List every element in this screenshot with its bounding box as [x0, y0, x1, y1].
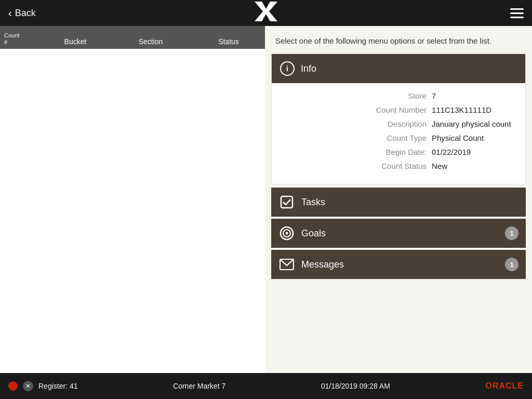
- top-navigation-bar: ‹ Back: [0, 0, 532, 26]
- table-header: Count # Bucket Section Status: [0, 26, 265, 49]
- datetime-label: 01/18/2019 09:28 AM: [321, 382, 390, 390]
- target-icon: [280, 226, 294, 241]
- count-number-value: 111C13K11111D: [432, 105, 515, 114]
- section-column-header: Section: [109, 37, 192, 46]
- register-label: Register: 41: [38, 382, 77, 390]
- description-label: Description: [359, 119, 427, 128]
- bottom-status-bar: ✕ Register: 41 Corner Market 7 01/18/201…: [0, 373, 532, 399]
- store-label: Store: [359, 91, 427, 100]
- goals-label: Goals: [301, 228, 326, 239]
- info-section: i Info Store 7 Count Number 111C13K11111…: [271, 54, 526, 184]
- app-logo: [255, 2, 277, 25]
- svg-rect-1: [281, 196, 292, 208]
- store-row: Store 7: [282, 91, 515, 100]
- count-number-row: Count Number 111C13K11111D: [282, 105, 515, 114]
- right-panel: Select one of the following menu options…: [265, 26, 532, 373]
- status-indicator-icon: [8, 381, 18, 391]
- status-column-header: Status: [192, 37, 265, 46]
- checkbox-icon: [280, 195, 294, 209]
- oracle-logo: ORACLE: [485, 381, 524, 391]
- main-content: Count # Bucket Section Status Select one…: [0, 26, 532, 373]
- description-row: Description January physical count: [282, 119, 515, 128]
- info-section-title: Info: [301, 63, 316, 74]
- svg-marker-0: [255, 2, 277, 21]
- hamburger-menu-icon[interactable]: [510, 8, 524, 18]
- count-type-label: Count Type: [359, 134, 427, 142]
- back-arrow-icon: ‹: [8, 7, 12, 19]
- count-number-label: Count Number: [359, 105, 427, 114]
- description-value: January physical count: [432, 119, 515, 128]
- instruction-text: Select one of the following menu options…: [265, 26, 532, 54]
- back-label: Back: [15, 8, 36, 19]
- count-status-label: Count Status: [359, 162, 427, 170]
- close-button[interactable]: ✕: [23, 381, 33, 391]
- info-icon: i: [280, 61, 295, 76]
- begin-date-label: Begin Date:: [359, 148, 427, 156]
- bottom-left-section: ✕ Register: 41: [8, 381, 77, 391]
- store-value: 7: [432, 91, 515, 100]
- count-status-row: Count Status New: [282, 162, 515, 170]
- count-status-value: New: [432, 162, 515, 170]
- store-name-label: Corner Market 7: [173, 382, 225, 390]
- begin-date-value: 01/22/2019: [432, 148, 515, 156]
- messages-label: Messages: [301, 259, 344, 270]
- count-type-value: Physical Count: [432, 134, 515, 142]
- mail-icon: [280, 257, 294, 272]
- back-button[interactable]: ‹ Back: [8, 7, 36, 19]
- tasks-menu-item[interactable]: Tasks: [271, 188, 526, 217]
- bucket-column-header: Bucket: [42, 37, 109, 46]
- messages-menu-item[interactable]: Messages 1: [271, 250, 526, 279]
- tasks-label: Tasks: [301, 197, 325, 208]
- left-panel: Count # Bucket Section Status: [0, 26, 265, 373]
- table-body: [0, 49, 265, 373]
- count-type-row: Count Type Physical Count: [282, 134, 515, 142]
- x-logo-icon: [255, 2, 277, 21]
- goals-menu-item[interactable]: Goals 1: [271, 219, 526, 248]
- svg-point-4: [286, 232, 288, 235]
- messages-badge: 1: [505, 258, 518, 271]
- begin-date-row: Begin Date: 01/22/2019: [282, 148, 515, 156]
- info-rows: Store 7 Count Number 111C13K11111D Descr…: [272, 83, 525, 184]
- info-section-header: i Info: [272, 54, 525, 83]
- goals-badge: 1: [505, 227, 518, 240]
- count-column-header: Count #: [0, 32, 42, 46]
